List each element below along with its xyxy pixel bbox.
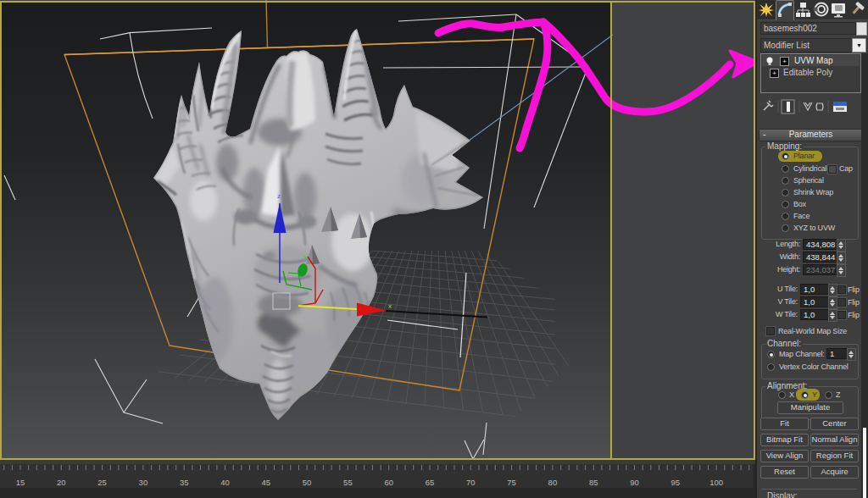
svg-text:75: 75 xyxy=(507,478,516,487)
svg-text:65: 65 xyxy=(426,478,435,487)
svg-text:80: 80 xyxy=(548,478,558,487)
svg-text:50: 50 xyxy=(303,478,312,487)
svg-text:45: 45 xyxy=(262,478,271,487)
svg-text:95: 95 xyxy=(671,478,681,487)
svg-text:85: 85 xyxy=(589,478,598,487)
svg-text:25: 25 xyxy=(97,478,107,487)
svg-text:100: 100 xyxy=(709,478,723,487)
svg-text:15: 15 xyxy=(16,478,25,487)
svg-text:x: x xyxy=(388,302,392,310)
svg-text:z: z xyxy=(277,192,281,200)
svg-text:20: 20 xyxy=(57,478,66,487)
svg-text:90: 90 xyxy=(630,478,639,487)
svg-text:30: 30 xyxy=(139,478,148,487)
svg-text:70: 70 xyxy=(466,478,476,487)
svg-text:55: 55 xyxy=(343,478,353,487)
svg-text:60: 60 xyxy=(384,478,393,487)
svg-text:35: 35 xyxy=(180,478,189,487)
svg-text:40: 40 xyxy=(220,478,230,487)
svg-text:y: y xyxy=(303,253,307,261)
